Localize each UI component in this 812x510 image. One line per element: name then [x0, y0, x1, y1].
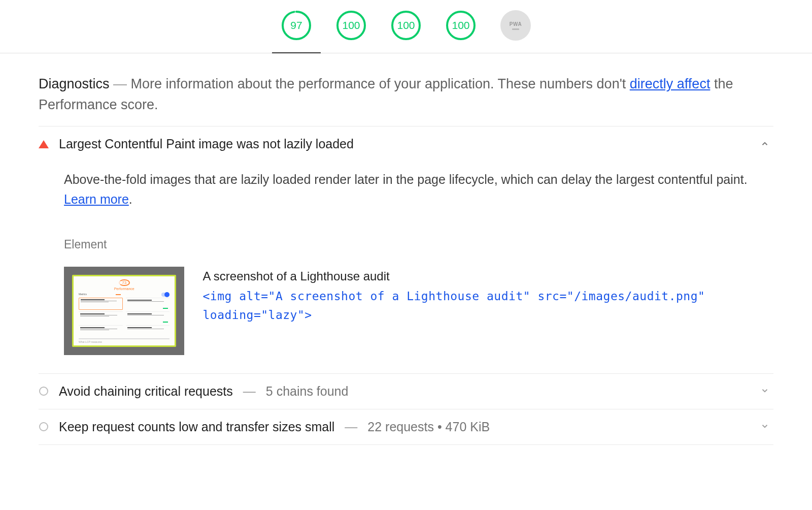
diagnostics-title: Diagnostics [39, 76, 110, 91]
diagnostics-section: Diagnostics — More information about the… [0, 53, 812, 457]
score-bar: 97 100 100 100 PWA [0, 0, 812, 53]
audit-description: Above-the-fold images that are lazily lo… [64, 170, 770, 209]
score-value: 97 [281, 10, 312, 41]
audit-sub: 22 requests • 470 KiB [367, 420, 490, 434]
warning-triangle-icon [39, 140, 49, 148]
element-column-header: Element [64, 238, 770, 251]
chevron-up-icon [760, 139, 770, 149]
element-row: 73 Performance Metrics [64, 267, 770, 355]
audit-critical-chains: Avoid chaining critical requests — 5 cha… [39, 374, 773, 409]
element-code-snippet: <img alt="A screenshot of a Lighthouse a… [202, 290, 705, 322]
score-value: 100 [391, 10, 421, 41]
element-thumbnail: 73 Performance Metrics [64, 267, 184, 355]
score-gauge-best-practices[interactable]: 100 [391, 10, 421, 41]
thumb-label: Performance [114, 287, 134, 291]
audit-toggle[interactable]: Largest Contentful Paint image was not l… [39, 137, 770, 151]
element-caption: A screenshot of a Lighthouse audit [202, 267, 770, 285]
learn-more-link[interactable]: Learn more [64, 192, 129, 206]
audit-request-counts: Keep request counts low and transfer siz… [39, 409, 773, 445]
neutral-circle-icon [39, 422, 49, 431]
pwa-bar-icon [512, 28, 519, 30]
audit-toggle[interactable]: Keep request counts low and transfer siz… [39, 420, 770, 434]
score-gauge-accessibility[interactable]: 100 [336, 10, 366, 41]
directly-affect-link[interactable]: directly affect [630, 76, 710, 91]
score-gauge-seo[interactable]: 100 [446, 10, 476, 41]
audit-details: Above-the-fold images that are lazily lo… [39, 151, 770, 363]
active-tab-underline [272, 52, 321, 53]
score-gauge-pwa[interactable]: PWA [500, 10, 531, 41]
score-gauge-performance[interactable]: 97 [281, 10, 312, 41]
chevron-down-icon [760, 386, 770, 396]
score-value: 100 [336, 10, 366, 41]
chevron-down-icon [760, 422, 770, 432]
element-text: A screenshot of a Lighthouse audit <img … [202, 267, 770, 325]
diagnostics-heading: Diagnostics — More information about the… [39, 74, 773, 126]
audit-title: Keep request counts low and transfer siz… [59, 420, 334, 434]
audit-sub: 5 chains found [266, 384, 349, 399]
audit-toggle[interactable]: Avoid chaining critical requests — 5 cha… [39, 384, 770, 399]
thumb-score: 73 [119, 279, 130, 286]
pwa-label: PWA [510, 21, 522, 27]
audit-title: Avoid chaining critical requests [59, 384, 233, 399]
score-value: 100 [446, 10, 476, 41]
audit-lcp-lazy-loaded: Largest Contentful Paint image was not l… [39, 126, 773, 374]
audit-title: Largest Contentful Paint image was not l… [59, 137, 354, 151]
diagnostics-text: More information about the performance o… [131, 76, 630, 91]
neutral-circle-icon [39, 387, 49, 396]
